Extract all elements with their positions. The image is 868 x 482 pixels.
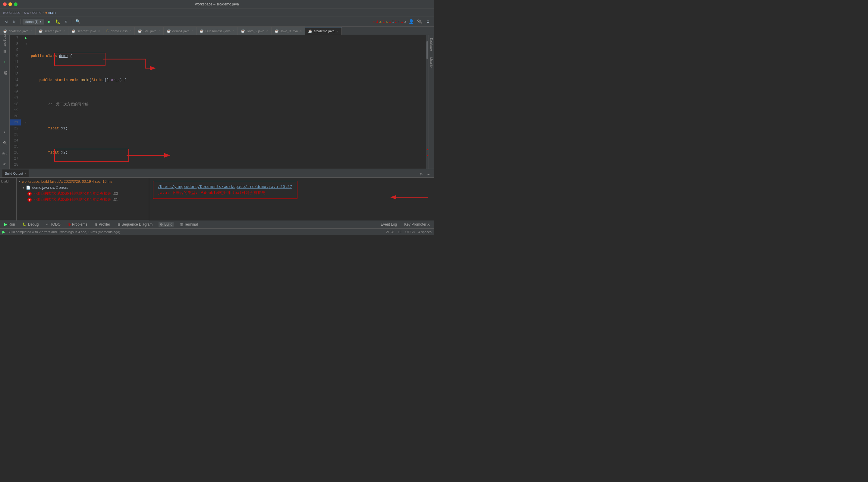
status-charset[interactable]: UTF-8: [405, 230, 415, 234]
close-button[interactable]: [3, 2, 7, 6]
tab-bmi-java[interactable]: ☕ BMI.java ×: [135, 27, 164, 35]
build-file-node[interactable]: ▾ 📄 demo.java src 2 errors: [19, 186, 147, 190]
debug-label: Debug: [28, 222, 38, 227]
run-config-label: demo (1): [25, 20, 38, 24]
build-error-detail: /Users/yangxudong/Documents/workspace/sr…: [149, 178, 434, 221]
todo-label: TODO: [50, 222, 60, 227]
tab-close-search-java[interactable]: ×: [64, 29, 65, 33]
forward-button[interactable]: ▷: [11, 18, 18, 25]
debug-button[interactable]: 🐛: [54, 18, 61, 25]
plugins-button[interactable]: 🔌: [416, 18, 423, 25]
panel-controls: ⚙ –: [418, 171, 432, 177]
ok-count: 1: [401, 20, 403, 24]
sidebar-jclasslib-tab[interactable]: jclasslib: [430, 57, 433, 67]
right-sidebar: Database jclasslib: [429, 35, 434, 169]
tab-close-demo1-java[interactable]: ×: [192, 29, 193, 33]
tab-close-cn-demo-java[interactable]: ×: [30, 29, 32, 33]
debug-icon: 🐛: [22, 222, 27, 227]
status-lf[interactable]: LF: [398, 230, 402, 234]
run-button[interactable]: ▶: [45, 18, 53, 25]
tab-close-search2-java[interactable]: ×: [98, 29, 100, 33]
tab-java3-java[interactable]: ☕ Java_3.java ×: [272, 27, 305, 35]
todo-icon: ✓: [46, 222, 49, 227]
settings-button[interactable]: ⚙: [424, 18, 432, 25]
sidebar-favorites-icon[interactable]: ★: [1, 127, 9, 136]
tab-demo-class[interactable]: ⬡ demo.class ×: [103, 27, 135, 35]
build-error-tree: • workspace: build failed At 2023/3/29, …: [17, 178, 149, 221]
minimize-panel-icon[interactable]: –: [426, 171, 432, 177]
toolbar-debug-item[interactable]: 🐛 Debug: [21, 222, 40, 227]
toolbar-keypromoter-item[interactable]: Key Promoter X: [403, 222, 431, 227]
error-count: 2: [376, 20, 378, 24]
tabs-bar: ☕ cn/demo.java × ☕ search.java × ☕ searc…: [0, 27, 434, 35]
left-sidebar: Project ▤ L DB ★ 🔌 Web 👁: [0, 35, 10, 169]
tab-close-bmi-java[interactable]: ×: [158, 29, 160, 33]
code-content[interactable]: public class demo { public static void m…: [29, 35, 429, 169]
tab-duotaitest3-java[interactable]: ☕ DuoTaiTest3.java ×: [196, 27, 238, 35]
toolbar-eventlog-item[interactable]: Event Log: [379, 222, 398, 227]
line-numbers: 7 8 9 10 11 12 13 14 15 16 17 18 19 20 2…: [10, 35, 23, 169]
tab-close-demo-class[interactable]: ×: [130, 29, 131, 33]
error-text-2: 不兼容的类型: 从double转换到float可能会有损失: [33, 197, 111, 202]
sidebar-web-icon[interactable]: Web: [1, 149, 9, 158]
status-spaces[interactable]: 4 spaces: [418, 230, 432, 234]
sequence-label: Sequence Diagram: [122, 222, 153, 227]
breadcrumb-workspace[interactable]: workspace: [3, 10, 20, 15]
sidebar-leetcode-icon[interactable]: L: [1, 58, 9, 66]
tab-close-java3-java[interactable]: ×: [300, 29, 302, 33]
minimize-button[interactable]: [8, 2, 12, 6]
toolbar-run-item[interactable]: ▶ Run: [3, 221, 16, 227]
code-editor[interactable]: 7 8 9 10 11 12 13 14 15 16 17 18 19 20 2…: [10, 35, 429, 169]
error-marker-31: [427, 155, 428, 156]
build-output-close-icon[interactable]: ×: [25, 172, 27, 175]
build-icon: ⚙: [160, 222, 163, 227]
breadcrumb-main[interactable]: ● main: [45, 10, 56, 15]
sidebar-eye-icon[interactable]: 👁: [1, 160, 9, 169]
settings-gear-icon[interactable]: ⚙: [418, 171, 424, 177]
toolbar-todo-item[interactable]: ✓ TODO: [44, 222, 61, 227]
person-icon[interactable]: 👤: [407, 18, 415, 25]
toolbar-terminal-item[interactable]: ▥ Terminal: [179, 222, 199, 227]
tab-java2-java[interactable]: ☕ Java_2.java ×: [238, 27, 272, 35]
tab-search2-java[interactable]: ☕ search2.java ×: [68, 27, 103, 35]
breadcrumb-src[interactable]: src: [24, 10, 29, 15]
tab-close-java2-java[interactable]: ×: [267, 29, 268, 33]
status-line-col[interactable]: 21:28: [386, 230, 394, 234]
tab-search-java[interactable]: ☕ search.java ×: [36, 27, 68, 35]
tab-cn-demo-java[interactable]: ☕ cn/demo.java ×: [0, 27, 36, 35]
error-line-2: :31: [113, 198, 118, 202]
error-expand-icon[interactable]: ▲: [404, 20, 406, 24]
toolbar-profiler-item[interactable]: ⊕ Profiler: [93, 222, 112, 227]
problems-icon: ⊙: [68, 222, 71, 227]
code-line-11: float x2;: [31, 150, 429, 155]
run-config-selector[interactable]: demo (1) ▾: [23, 19, 44, 24]
error-marker-30: [427, 149, 428, 150]
tab-close-duotaitest3-java[interactable]: ×: [233, 29, 235, 33]
toolbar-problems-item[interactable]: ⊙ Problems: [67, 222, 89, 227]
scrollbar-track[interactable]: [426, 35, 429, 169]
build-error-item-2[interactable]: ⊗ 不兼容的类型: 从double转换到float可能会有损失 :31: [19, 197, 147, 202]
error-file-link[interactable]: /Users/yangxudong/Documents/workspace/sr…: [158, 184, 292, 189]
sidebar-structure-icon[interactable]: ▤: [1, 47, 9, 56]
scrollbar-thumb[interactable]: [427, 41, 428, 59]
tab-src-demo-java[interactable]: ☕ src/demo.java ×: [305, 27, 341, 35]
traffic-lights: [3, 2, 18, 6]
sidebar-database-icon[interactable]: DB: [1, 69, 9, 77]
toolbar-sequence-item[interactable]: ⊞ Sequence Diagram: [116, 222, 154, 227]
sidebar-plugins-icon[interactable]: 🔌: [1, 138, 9, 147]
search-everywhere-button[interactable]: 🔍: [74, 18, 82, 25]
maximize-button[interactable]: [14, 2, 18, 6]
back-button[interactable]: ◁: [2, 18, 10, 25]
toolbar-build-item[interactable]: ⚙ Build: [158, 222, 174, 227]
tab-demo1-java[interactable]: ☕ demo1.java ×: [164, 27, 197, 35]
build-error-item-1[interactable]: ⊗ 不兼容的类型: 从double转换到float可能会有损失 :30: [19, 191, 147, 196]
sidebar-project-icon[interactable]: Project: [1, 36, 9, 45]
tab-build-output[interactable]: Build Output ×: [2, 170, 29, 177]
info-count: 2: [395, 20, 397, 24]
sidebar-database-tab[interactable]: Database: [430, 38, 433, 51]
breadcrumb-demo[interactable]: demo: [32, 10, 41, 15]
toolbar: ◁ ▷ demo (1) ▾ ▶ 🐛 ⚙ 🔍 ⊗2 ⚠2 ⚠1 ℹ2 ✓1 ▲ …: [0, 17, 434, 27]
tab-close-src-demo-java[interactable]: ×: [337, 30, 338, 33]
code-line-7: public class demo {: [31, 53, 429, 59]
build-button[interactable]: ⚙: [62, 18, 70, 25]
